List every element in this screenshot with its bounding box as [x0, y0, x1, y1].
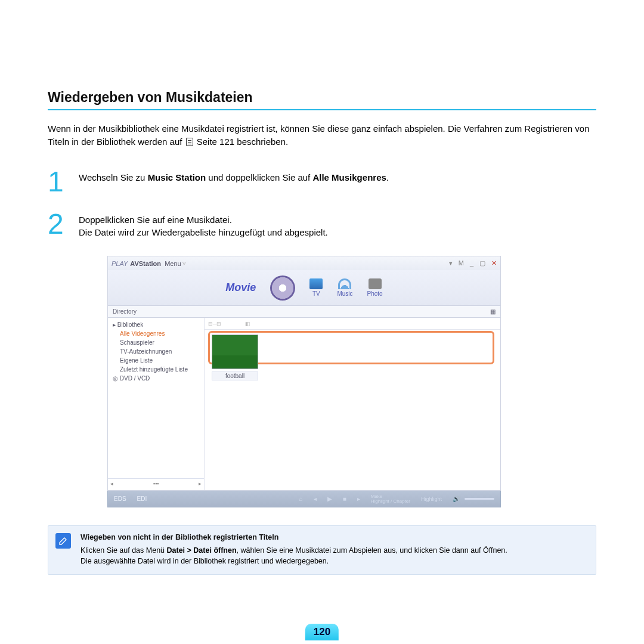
s1-c: und doppelklicken Sie auf	[206, 172, 312, 182]
header-tab-tv[interactable]: TV	[309, 278, 323, 297]
minimize-button[interactable]: _	[470, 259, 473, 267]
s2-a: Doppelklicken Sie auf eine Musikdatei.	[79, 215, 232, 225]
note-l1-c: , wählen Sie eine Musikdatei zum Abspiel…	[237, 546, 507, 555]
embedded-app-screenshot: PLAY AVStation Menu ▿ ▾ M _ ▢ ✕ Movie TV…	[107, 256, 501, 507]
tree-item-videogenres[interactable]: Alle Videogenres	[108, 329, 204, 338]
step-number-2: 2	[48, 211, 66, 240]
camera-footer-icon[interactable]: ⌂	[299, 496, 303, 502]
header-tab-photo[interactable]: Photo	[367, 278, 383, 297]
tv-label: TV	[312, 290, 320, 297]
film-reel-icon	[270, 275, 295, 301]
step-2-body: Doppelklicken Sie auf eine Musikdatei. D…	[79, 211, 328, 240]
edi-button[interactable]: EDI	[137, 496, 147, 502]
sidebar-tree: ▸ Bibliothek Alle Videogenres Schauspiel…	[108, 318, 205, 490]
photo-label: Photo	[367, 290, 383, 297]
step-1: 1 Wechseln Sie zu Music Station und dopp…	[48, 169, 596, 194]
app-player-bar: EDS EDI ⌂ ◂ ▶ ■ ▸ MakeHighlight / Chapte…	[107, 491, 501, 507]
thumbnail-caption: football	[212, 371, 258, 380]
page-number: 120	[305, 624, 339, 640]
tree-dvd-label: DVD / VCD	[120, 375, 150, 382]
note-body: Wiegeben von nicht in der Bibliothek reg…	[80, 532, 507, 566]
close-button[interactable]: ✕	[491, 259, 497, 267]
note-l1-a: Klicken Sie auf das Menü	[80, 546, 167, 555]
s1-a: Wechseln Sie zu	[79, 172, 148, 182]
step-number-1: 1	[48, 169, 66, 194]
s1-b: Music Station	[148, 172, 206, 182]
sidebar-scrollbar[interactable]: ◂▪▪▪▸	[108, 478, 204, 488]
content-area: ⊟─⊟◧ football	[205, 318, 500, 490]
play-icon[interactable]: ▶	[327, 496, 332, 502]
app-header: Movie TV Music Photo	[107, 270, 501, 306]
s1-d: Alle Musikgenres	[312, 172, 386, 182]
intro-text-a: Wenn in der Musikbibliothek eine Musikda…	[48, 123, 590, 147]
note-line1: Klicken Sie auf das Menü Datei > Datei ö…	[80, 545, 507, 556]
s1-e: .	[386, 172, 389, 182]
tree-item-recent[interactable]: Zuletzt hinzugefügte Liste	[108, 365, 204, 374]
tree-item-tv-rec[interactable]: TV-Aufzeichnungen	[108, 347, 204, 356]
video-thumbnail[interactable]: football	[212, 335, 258, 380]
volume-slider[interactable]	[465, 498, 494, 500]
app-name: AVStation	[130, 260, 161, 267]
next-icon[interactable]: ▸	[357, 496, 360, 502]
tree-root[interactable]: ▸ Bibliothek	[108, 320, 204, 329]
tree-item-dvd[interactable]: ◎ DVD / VCD	[108, 374, 204, 383]
highlight-label[interactable]: Highlight	[421, 496, 442, 502]
eds-button[interactable]: EDS	[114, 496, 126, 502]
section-rule	[48, 109, 596, 110]
pencil-note-icon	[55, 533, 71, 549]
step-2: 2 Doppelklicken Sie auf eine Musikdatei.…	[48, 211, 596, 240]
note-title: Wiegeben von nicht in der Bibliothek reg…	[80, 532, 507, 543]
note-l1-b: Datei > Datei öffnen	[167, 546, 237, 555]
m-button[interactable]: M	[459, 259, 464, 267]
thumbprint-icon[interactable]: ▾	[449, 259, 453, 267]
header-movie-label: Movie	[225, 281, 256, 294]
intro-paragraph: Wenn in der Musikbibliothek eine Musikda…	[48, 122, 596, 148]
volume-icon[interactable]: 🔊	[453, 496, 460, 502]
stop-icon[interactable]: ■	[343, 496, 346, 502]
directory-label: Directory	[113, 308, 137, 315]
maximize-button[interactable]: ▢	[479, 259, 485, 267]
tree-root-label: Bibliothek	[117, 321, 143, 328]
menu-dropdown-icon[interactable]: ▿	[182, 259, 186, 267]
s2-b: Die Datei wird zur Wiedergabeliste hinzu…	[79, 227, 328, 237]
app-body: ▸ Bibliothek Alle Videogenres Schauspiel…	[107, 318, 501, 491]
intro-text-b: Seite 121 beschrieben.	[197, 137, 288, 147]
headphones-icon	[338, 278, 351, 289]
music-label: Music	[337, 290, 352, 297]
section-title: Wiedergeben von Musikdateien	[48, 89, 596, 106]
header-tab-music[interactable]: Music	[337, 278, 352, 297]
window-controls: ▾ M _ ▢ ✕	[449, 259, 497, 267]
tree-item-actors[interactable]: Schauspieler	[108, 338, 204, 347]
camera-icon	[369, 278, 382, 289]
app-logo-prefix: PLAY	[112, 260, 128, 267]
app-subbar: Directory ▦	[107, 306, 501, 318]
app-titlebar: PLAY AVStation Menu ▿ ▾ M _ ▢ ✕	[107, 256, 501, 270]
note-box: Wiegeben von nicht in der Bibliothek reg…	[48, 525, 596, 574]
note-line2: Die ausgewählte Datei wird in der Biblio…	[80, 556, 507, 566]
app-menu-label[interactable]: Menu	[165, 260, 181, 267]
page-ref-icon	[186, 138, 193, 146]
thumbnail-image	[212, 335, 258, 369]
make-highlight-label[interactable]: MakeHighlight / Chapter	[371, 494, 410, 504]
tree-item-own-list[interactable]: Eigene Liste	[108, 356, 204, 365]
content-ruler: ⊟─⊟◧	[205, 318, 500, 330]
tv-icon	[309, 278, 323, 289]
prev-icon[interactable]: ◂	[314, 496, 317, 502]
view-grid-icon[interactable]: ▦	[490, 308, 496, 315]
step-1-body: Wechseln Sie zu Music Station und doppel…	[79, 169, 389, 194]
